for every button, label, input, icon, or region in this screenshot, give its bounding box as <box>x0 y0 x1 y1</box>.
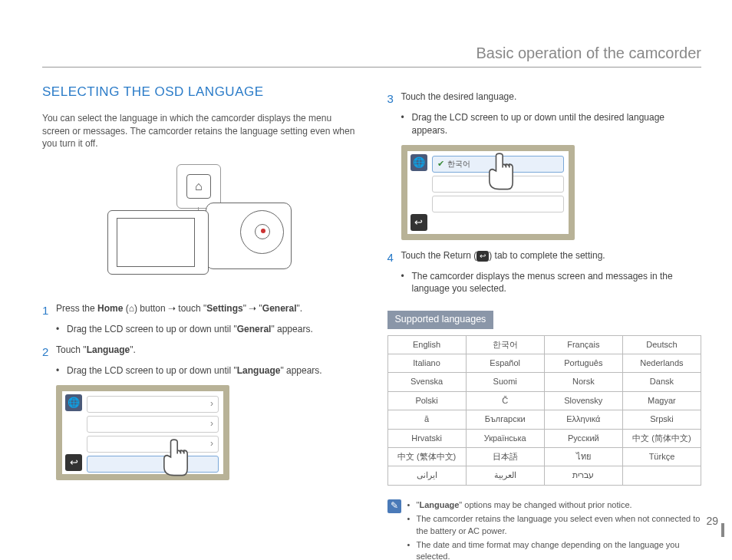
check-icon: ✔ <box>437 158 444 170</box>
text: " appears. <box>271 324 312 334</box>
language-cell: עברית <box>544 466 622 485</box>
text: ". <box>130 344 136 355</box>
hand-pointer-icon <box>159 439 193 479</box>
language-cell: 日本語 <box>466 448 544 466</box>
chevron-right-icon: › <box>210 397 213 410</box>
language-cell <box>622 466 701 485</box>
text: ) tab to complete the setting. <box>489 250 605 261</box>
list-item: › <box>87 436 219 453</box>
text: Touch the Return ( <box>401 250 477 261</box>
list-item <box>432 196 564 212</box>
step-1-bullet: • Drag the LCD screen to up or down unti… <box>56 323 357 336</box>
step-3: 3 Touch the desired language. <box>387 91 702 107</box>
language-cell: ایرانی <box>387 466 466 485</box>
step-3-bullet: • Drag the LCD screen to up or down unti… <box>401 111 702 137</box>
text: The date and time format may change depe… <box>417 539 702 560</box>
language-cell: Dansk <box>622 373 701 391</box>
language-cell: Srpski <box>622 410 701 429</box>
text: Settings <box>206 303 242 314</box>
step-4: 4 Touch the Return (↩) tab to complete t… <box>387 249 702 265</box>
language-cell: Español <box>466 354 544 373</box>
list-item-selected <box>87 456 219 473</box>
language-cell: 中文 (简体中文) <box>622 429 701 447</box>
text: " appears. <box>280 365 321 376</box>
language-cell: Русский <box>544 429 622 447</box>
text: Language <box>419 500 459 509</box>
text: " <box>256 303 262 314</box>
page-header: Basic operation of the camcorder <box>42 42 701 68</box>
language-cell: Norsk <box>544 373 622 391</box>
chevron-right-icon: › <box>210 417 213 430</box>
text: ) button <box>134 303 168 314</box>
language-cell: ไทย <box>544 448 622 466</box>
language-cell: Suomi <box>466 373 544 391</box>
language-cell: Български <box>466 410 544 429</box>
text: ( <box>123 303 128 314</box>
language-cell: Italiano <box>387 354 466 373</box>
language-cell: العربية <box>466 466 544 485</box>
hand-pointer-icon <box>484 153 518 193</box>
language-cell: English <box>387 335 466 354</box>
language-cell: Português <box>544 354 622 373</box>
language-cell: Hrvatski <box>387 429 466 447</box>
step-number: 1 <box>42 302 56 318</box>
step-number: 4 <box>387 249 401 265</box>
text: Press the <box>56 303 97 314</box>
supported-languages-table: English한국어FrançaisDeutschItalianoEspañol… <box>387 335 702 486</box>
text: General <box>262 303 297 314</box>
text: " options may be changed without prior n… <box>459 500 631 509</box>
language-cell: Українська <box>466 429 544 447</box>
list-item: › <box>87 396 219 413</box>
list-item: › <box>87 416 219 433</box>
text: Touch " <box>56 344 87 355</box>
language-cell: Magyar <box>622 391 701 410</box>
language-cell: ă <box>387 410 466 429</box>
text: touch " <box>176 303 206 314</box>
return-icon: ↩ <box>476 251 489 262</box>
home-icon: ⌂ <box>186 174 211 199</box>
step-2: 2 Touch "Language". <box>42 344 357 360</box>
intro-text: You can select the language in which the… <box>42 112 357 150</box>
language-cell: 中文 (繁体中文) <box>387 448 466 466</box>
camcorder-illustration: ⌂ <box>100 164 299 287</box>
text: The camcorder retains the language you s… <box>417 513 702 537</box>
note-icon: ✎ <box>387 499 401 513</box>
text: The camcorder displays the menus screen … <box>412 270 702 296</box>
page-number-bar <box>721 523 724 537</box>
text: ". <box>297 303 303 314</box>
text: Home <box>97 303 123 314</box>
supported-languages-heading: Supported languages <box>387 311 494 329</box>
language-cell: Č <box>466 391 544 410</box>
language-cell: Türkçe <box>622 448 701 466</box>
arrow-icon: ➝ <box>249 303 256 314</box>
language-cell: Français <box>544 335 622 354</box>
page-number: 29 <box>706 514 718 529</box>
step-text: Touch the desired language. <box>401 91 702 107</box>
step-1: 1 Press the Home (⌂) button ➝ touch "Set… <box>42 302 357 318</box>
selected-language-label: 한국어 <box>447 159 470 170</box>
step-4-bullet: • The camcorder displays the menus scree… <box>401 270 702 296</box>
lcd-figure-language-list: 🌐 › › › ↩ <box>56 385 229 480</box>
section-title: SELECTING THE OSD LANGUAGE <box>42 83 357 101</box>
notes-box: ✎ •"Language" options may be changed wit… <box>387 499 702 560</box>
text: General <box>237 324 272 334</box>
step-number: 3 <box>387 91 401 107</box>
text: Drag the LCD screen to up or down until … <box>67 324 237 334</box>
text: Language <box>87 344 130 355</box>
return-icon: ↩ <box>65 454 82 471</box>
text: Drag the LCD screen to up or down until … <box>412 111 702 137</box>
language-cell: Slovensky <box>544 391 622 410</box>
text: Drag the LCD screen to up or down until … <box>67 365 237 376</box>
home-icon: ⌂ <box>129 303 134 314</box>
language-cell: Nederlands <box>622 354 701 373</box>
language-cell: Polski <box>387 391 466 410</box>
arrow-icon: ➝ <box>168 303 176 314</box>
language-cell: 한국어 <box>466 335 544 354</box>
language-cell: Deutsch <box>622 335 701 354</box>
step-2-bullet: • Drag the LCD screen to up or down unti… <box>56 364 357 377</box>
language-cell: Svenska <box>387 373 466 391</box>
return-icon: ↩ <box>411 214 427 231</box>
text: Language <box>237 365 281 376</box>
chevron-right-icon: › <box>210 437 213 450</box>
globe-icon: 🌐 <box>65 394 82 411</box>
